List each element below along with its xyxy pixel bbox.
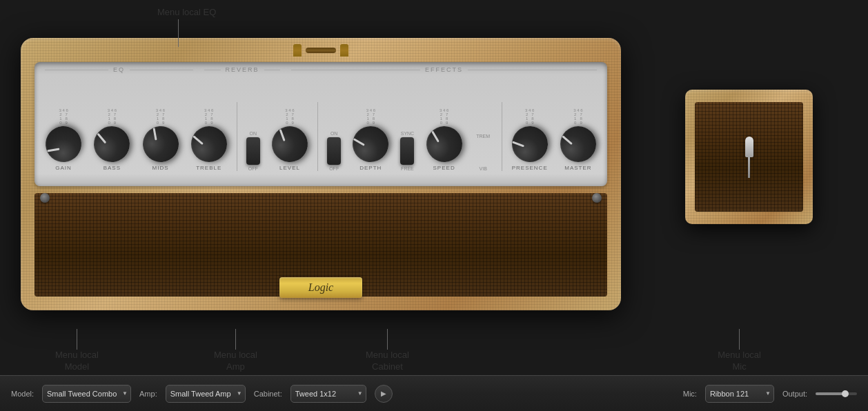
logic-logo-text: Logic	[308, 281, 333, 294]
level-knob[interactable]	[265, 119, 314, 168]
speed-knob-group: 3 4 62 71 80 9 SPEED	[421, 108, 468, 171]
speed-label: SPEED	[433, 165, 455, 171]
amp-select[interactable]: Small Tweed Amp Large Tweed Amp British …	[166, 385, 246, 403]
effects-switch[interactable]	[327, 137, 341, 165]
model-annotation-label: Menu localModel	[55, 350, 99, 373]
sync-switch[interactable]	[400, 137, 414, 165]
amp-annotation-label: Menu localAmp	[214, 350, 257, 373]
depth-knob[interactable]	[350, 123, 391, 165]
cabinet-select-wrapper: Tweed 1x12 Tweed 2x12 British 4x12 ▼	[290, 385, 366, 403]
microphone	[745, 137, 753, 178]
treble-knob-group: 3 4 62 71 80 9 TREBLE	[186, 108, 233, 171]
mic-label: Mic:	[683, 390, 697, 398]
reverb-switch[interactable]	[246, 137, 260, 165]
effects2-divider	[502, 102, 502, 171]
output-label: Output:	[782, 390, 807, 398]
screw-top-left	[40, 193, 50, 203]
reverb-switch-group: ON OFF	[241, 131, 265, 171]
master-label: MASTER	[564, 165, 591, 171]
screw-top-right	[592, 193, 602, 203]
amp-label: Amp:	[139, 390, 157, 398]
cabinet-select[interactable]: Tweed 1x12 Tweed 2x12 British 4x12	[290, 385, 366, 403]
presence-label: PRESENCE	[512, 165, 548, 171]
model-select[interactable]: Small Tweed Combo Large Tweed Combo Brit…	[42, 385, 131, 403]
mic-select[interactable]: Ribbon 121 Condenser 87 Dynamic 57	[705, 385, 774, 403]
mic-select-wrapper: Ribbon 121 Condenser 87 Dynamic 57 ▼	[705, 385, 774, 403]
eq-reverb-divider	[237, 102, 237, 171]
reverb-section-label: REVERB	[223, 66, 262, 73]
presence-knob[interactable]	[506, 121, 553, 168]
amp-body: EQ REVERB EFFECTS	[21, 38, 621, 310]
amp-select-wrapper: Small Tweed Amp Large Tweed Amp British …	[166, 385, 246, 403]
output-slider-fill	[816, 392, 845, 395]
sync-switch-group: SYNC FREE	[395, 131, 419, 171]
output-slider-thumb[interactable]	[842, 390, 849, 397]
control-panel: EQ REVERB EFFECTS	[34, 62, 607, 186]
mids-knob-group: 3 4 62 71 80 9 MIDS	[137, 108, 184, 171]
output-slider[interactable]	[816, 392, 857, 395]
treble-label: TREBLE	[196, 165, 221, 171]
presence-knob-group: 3 4 62 71 80 9 PRESENCE	[506, 108, 553, 171]
master-knob[interactable]	[560, 126, 596, 162]
effects-section-label: EFFECTS	[422, 66, 466, 73]
model-select-wrapper: Small Tweed Combo Large Tweed Combo Brit…	[42, 385, 131, 403]
cabinet-grille	[695, 102, 803, 212]
gain-knob-group: 3 4 62 71 80 9 GAIN	[40, 108, 87, 171]
bass-knob-group: 3 4 62 71 80 9 BASS	[88, 108, 135, 171]
eq-section-label: EQ	[110, 66, 128, 73]
level-label: LEVEL	[279, 165, 300, 171]
mic-annotation-label: Menu localMic	[718, 350, 761, 373]
reverb-effects-divider	[317, 102, 318, 171]
level-knob-group: 3 4 62 71 80 9 LEVEL	[266, 108, 313, 171]
treble-knob[interactable]	[191, 126, 227, 162]
mids-label: MIDS	[152, 165, 169, 171]
bass-knob[interactable]	[91, 123, 132, 165]
effects-switch-group: ON OFF	[322, 131, 346, 171]
cabinet-annotation-label: Menu localCabinet	[366, 350, 409, 373]
bass-label: BASS	[103, 165, 121, 171]
eq-annotation-label: Menu local EQ	[157, 7, 216, 17]
cabinet	[685, 90, 813, 224]
cabinet-label: Cabinet:	[254, 390, 282, 398]
gain-knob[interactable]	[38, 119, 88, 169]
master-knob-group: 3 4 62 71 80 9 MASTER	[555, 108, 602, 171]
logic-logo-plate: Logic	[279, 277, 362, 298]
mids-knob[interactable]	[135, 119, 186, 169]
depth-knob-group: 3 4 62 71 80 9 DEPTH	[347, 108, 394, 171]
play-button[interactable]: ▶	[375, 385, 393, 403]
depth-label: DEPTH	[359, 165, 382, 171]
speed-knob[interactable]	[421, 121, 467, 168]
model-label: Model:	[11, 390, 34, 398]
bottom-bar: Model: Small Tweed Combo Large Tweed Com…	[0, 375, 868, 411]
amp-handle	[293, 43, 348, 57]
gain-label: GAIN	[55, 165, 72, 171]
